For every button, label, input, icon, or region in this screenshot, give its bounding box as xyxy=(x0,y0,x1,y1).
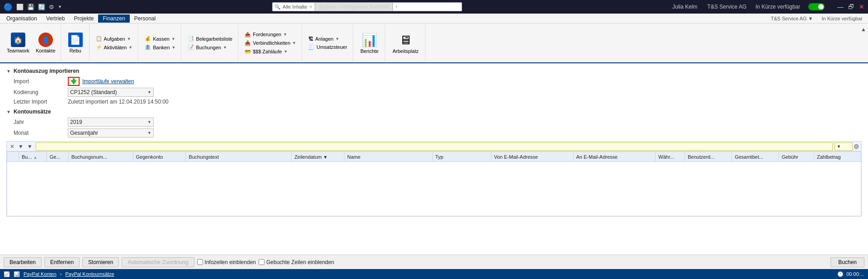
menu-vertrieb[interactable]: Vertrieb xyxy=(42,14,69,23)
umsatzsteuer-btn[interactable]: 🧾 Umsatzsteuer xyxy=(307,44,349,51)
menu-projekte[interactable]: Projekte xyxy=(69,14,98,23)
kodierung-select-value: CP1252 (Standard) xyxy=(70,89,117,95)
col-gegenkonto[interactable]: Gegenkonto xyxy=(133,152,186,162)
ribbon: 🏠 Teamwork 👤 Kontakte 📄 Rebu 📋 Aufgaben … xyxy=(0,24,868,63)
aufgaben-btn[interactable]: 📋 Aufgaben ▼ xyxy=(94,35,133,42)
verbindlichkeiten-icon: 📥 xyxy=(245,40,251,46)
breadcrumb-paypal-kontoumsaetze[interactable]: PayPal Kontoumsätze xyxy=(65,271,114,277)
col-zahlbetrag[interactable]: Zahlbetrag xyxy=(814,152,861,162)
verbindlichkeiten-btn[interactable]: 📥 Verbindlichkeiten ▼ xyxy=(243,40,298,47)
anlagen-btn[interactable]: 🏗 Anlagen ▼ xyxy=(307,36,341,42)
quick-icon-1[interactable]: ⬜ xyxy=(16,4,24,10)
col-gebuehr[interactable]: Gebühr xyxy=(779,152,814,162)
table-filter-btn1[interactable]: ▼ xyxy=(17,143,25,150)
aktivitaeten-btn[interactable]: ⚡ Aktivitäten ▼ xyxy=(94,44,135,51)
restore-btn[interactable]: 🗗 xyxy=(848,3,854,10)
titlebar-right: Julia Kelm T&S Service AG In Kürze verfü… xyxy=(672,3,864,10)
gebuchte-zeilen-checkbox[interactable] xyxy=(259,259,264,265)
buchungen-arrow: ▼ xyxy=(223,45,227,50)
ribbon-group-beleg: 📑 Belegarbeitsliste 📝 Buchungen ▼ xyxy=(182,24,238,61)
ribbon-group-teamwork: 🏠 Teamwork 👤 Kontakte xyxy=(2,24,61,61)
monat-select[interactable]: Gesamtjahr ▼ xyxy=(68,128,154,137)
menu-personal[interactable]: Personal xyxy=(130,14,160,23)
ribbon-collapse-btn[interactable]: ▲ xyxy=(861,26,866,33)
bearbeiten-btn[interactable]: Bearbeiten xyxy=(4,257,42,267)
kassen-btn[interactable]: 💰 Kassen ▼ xyxy=(143,35,177,42)
menu-finanzen[interactable]: Finanzen xyxy=(98,14,129,23)
berichte-btn[interactable]: 📊 Berichte xyxy=(357,31,382,55)
quick-dropdown[interactable]: ▼ xyxy=(58,5,62,9)
table-settings-icon[interactable]: ⚙ xyxy=(854,143,859,150)
col-bu[interactable]: Bu... ▲ xyxy=(19,152,47,162)
availability-toggle[interactable] xyxy=(808,3,825,10)
quick-icon-4[interactable]: ⚙ xyxy=(49,4,54,10)
col-von-email[interactable]: Von E-Mail-Adresse xyxy=(491,152,573,162)
quick-icon-3[interactable]: 🔄 xyxy=(38,4,45,10)
verbindlichkeiten-label: Verbindlichkeiten xyxy=(253,40,290,46)
import-button[interactable] xyxy=(68,77,80,86)
monat-select-arrow: ▼ xyxy=(147,131,151,135)
automatische-zuordnung-btn[interactable]: Automatische Zuordnung xyxy=(122,257,194,267)
belegarbeits-label: Belegarbeitsliste xyxy=(196,36,232,42)
kontoumsaetze-caret[interactable]: ▼ xyxy=(6,109,11,114)
col-buchungsnum[interactable]: Buchungsnum... xyxy=(68,152,133,162)
jahr-select[interactable]: 2019 ▼ xyxy=(68,118,154,127)
col-ge[interactable]: Ge... xyxy=(47,152,68,162)
menu-organisation[interactable]: Organisation xyxy=(2,14,42,23)
filter-zeilendatum-icon[interactable]: ▼ xyxy=(323,155,328,160)
close-btn[interactable]: ✕ xyxy=(859,3,864,10)
col-buchungstext[interactable]: Buchungstext xyxy=(186,152,292,162)
belegarbeits-btn[interactable]: 📑 Belegarbeitsliste xyxy=(186,35,234,42)
jahr-value: 2019 ▼ xyxy=(68,118,154,127)
buchen-btn[interactable]: Buchen xyxy=(830,257,864,267)
filter-dropdown-arrow: ▼ xyxy=(837,144,841,149)
kodierung-select[interactable]: CP1252 (Standard) ▼ xyxy=(68,88,154,97)
scope-dropdown[interactable]: ▼ xyxy=(393,5,401,9)
infozeilen-checkbox[interactable] xyxy=(197,259,203,265)
banken-btn[interactable]: 🏦 Banken ▼ xyxy=(143,44,177,51)
entfernen-btn[interactable]: Entfernen xyxy=(44,257,80,267)
infozeilen-checkbox-label[interactable]: Infozeilen einblenden xyxy=(197,259,256,265)
zahlauefe-btn[interactable]: 💳 $$$ Zahläufe ▼ xyxy=(243,48,289,55)
statusbar-icon2[interactable]: 📊 xyxy=(14,271,20,277)
monat-row: Monat Gesamtjahr ▼ xyxy=(14,128,862,137)
importlaeufe-link[interactable]: Importläufe verwalten xyxy=(82,78,134,85)
kontakte-btn[interactable]: 👤 Kontakte xyxy=(33,31,57,55)
forderungen-btn[interactable]: 📤 Forderungen ▼ xyxy=(243,31,289,38)
stornieren-btn[interactable]: Stornieren xyxy=(82,257,119,267)
search-scope[interactable]: Scopen – Intelligentes Suchfeld xyxy=(315,3,392,11)
filter-input-bar[interactable] xyxy=(36,142,833,151)
col-name[interactable]: Name xyxy=(344,152,433,162)
minimize-btn[interactable]: — xyxy=(837,3,844,10)
filter-dropdown[interactable]: ▼ xyxy=(835,142,853,151)
section-caret[interactable]: ▼ xyxy=(6,69,11,74)
forderungen-arrow: ▼ xyxy=(283,32,287,37)
table-clear-btn[interactable]: ✕ xyxy=(9,143,16,150)
rebu-btn[interactable]: 📄 Rebu xyxy=(65,31,86,55)
arbeitsplatz-btn[interactable]: 🖥 Arbeitsplatz xyxy=(389,31,422,55)
buchungen-btn[interactable]: 📝 Buchungen ▼ xyxy=(186,44,229,51)
col-typ[interactable]: Typ xyxy=(432,152,491,162)
breadcrumb-paypal-konten[interactable]: PayPal Konten xyxy=(24,271,57,277)
letzter-import-row: Letzter Import Zuletzt importiert am 12.… xyxy=(14,99,862,105)
col-benutzerd[interactable]: Benutzerd... xyxy=(685,152,732,162)
quick-icon-2[interactable]: 💾 xyxy=(27,4,34,10)
menu-items: Organisation Vertrieb Projekte Finanzen … xyxy=(2,14,160,23)
statusbar-icon1[interactable]: 📈 xyxy=(4,271,10,277)
kodierung-value: CP1252 (Standard) ▼ xyxy=(68,88,154,97)
table-filter-btn2[interactable]: ▼ xyxy=(26,143,34,150)
letzter-import-text: Zuletzt importiert am 12.04.2019 14:50:0… xyxy=(68,99,169,105)
col-an-email[interactable]: An E-Mail-Adresse xyxy=(573,152,656,162)
gebuchte-zeilen-checkbox-label[interactable]: Gebuchte Zeilen einblenden xyxy=(259,259,334,265)
teamwork-icon: 🏠 xyxy=(11,33,25,47)
col-zeilendatum[interactable]: Zeilendatum ▼ xyxy=(292,152,344,162)
teamwork-btn[interactable]: 🏠 Teamwork xyxy=(5,31,32,55)
kontakte-icon: 👤 xyxy=(38,33,53,47)
jahr-select-value: 2019 xyxy=(70,119,82,125)
kontoauszug-title: Kontoauszug importieren xyxy=(14,68,79,74)
col-waehr[interactable]: Währ... xyxy=(656,152,685,162)
search-bar[interactable]: 🔍 Alle Inhalte ▼ Scopen – Intelligentes … xyxy=(272,2,462,11)
kontoauszug-section-header: ▼ Kontoauszug importieren xyxy=(6,68,862,74)
main-content: ▼ Kontoauszug importieren Import Importl… xyxy=(0,63,868,255)
col-gesamtbet[interactable]: Gesamtbet... xyxy=(732,152,779,162)
